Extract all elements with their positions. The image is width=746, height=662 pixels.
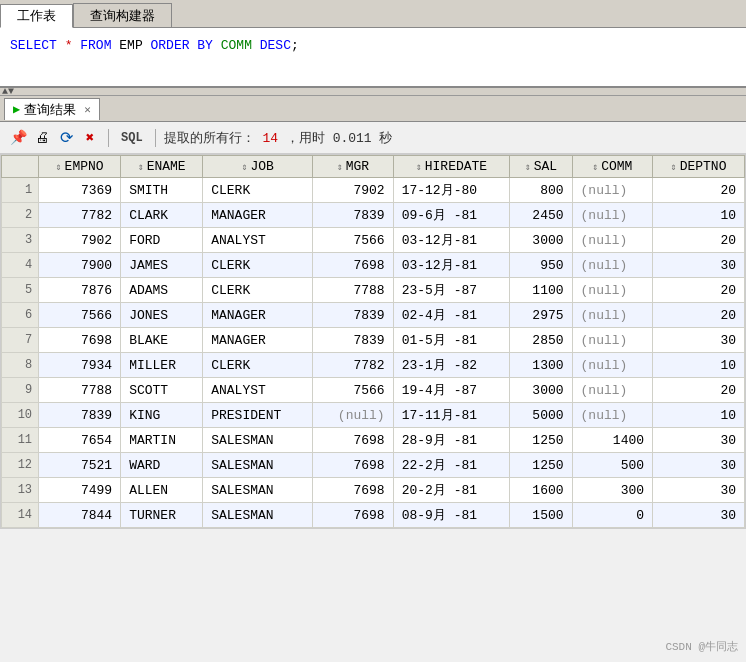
table-body: 1 7369 SMITH CLERK 7902 17-12月-80 800 (n… — [2, 178, 745, 528]
cell-ename: ADAMS — [121, 278, 203, 303]
cell-mgr: 7788 — [313, 278, 393, 303]
table-row: 5 7876 ADAMS CLERK 7788 23-5月 -87 1100 (… — [2, 278, 745, 303]
close-results-button[interactable]: ✕ — [84, 103, 91, 116]
cell-sal: 3000 — [510, 228, 572, 253]
cell-sal: 1300 — [510, 353, 572, 378]
cell-rownum: 11 — [2, 428, 39, 453]
cell-rownum: 4 — [2, 253, 39, 278]
cell-empno: 7521 — [39, 453, 121, 478]
cell-mgr: 7839 — [313, 203, 393, 228]
cell-mgr: 7698 — [313, 478, 393, 503]
cell-deptno: 20 — [653, 278, 745, 303]
cell-job: SALESMAN — [203, 478, 313, 503]
table-header: ⇕EMPNO ⇕ENAME ⇕JOB ⇕MGR ⇕HIREDATE ⇕SAL ⇕… — [2, 156, 745, 178]
cell-comm: (null) — [572, 253, 652, 278]
cell-comm: (null) — [572, 328, 652, 353]
cell-sal: 2850 — [510, 328, 572, 353]
cell-sal: 1250 — [510, 453, 572, 478]
cell-rownum: 1 — [2, 178, 39, 203]
cell-mgr: 7698 — [313, 453, 393, 478]
col-header-mgr[interactable]: ⇕MGR — [313, 156, 393, 178]
cell-mgr: 7698 — [313, 428, 393, 453]
cell-deptno: 10 — [653, 203, 745, 228]
col-header-job[interactable]: ⇕JOB — [203, 156, 313, 178]
cell-mgr: 7698 — [313, 503, 393, 528]
cell-empno: 7369 — [39, 178, 121, 203]
col-header-sal[interactable]: ⇕SAL — [510, 156, 572, 178]
cell-sal: 1600 — [510, 478, 572, 503]
table-row: 3 7902 FORD ANALYST 7566 03-12月-81 3000 … — [2, 228, 745, 253]
sql-button[interactable]: SQL — [121, 131, 143, 145]
cell-comm: (null) — [572, 278, 652, 303]
resize-handle[interactable]: ▲▼ — [0, 88, 746, 96]
cell-hiredate: 03-12月-81 — [393, 228, 510, 253]
toolbar-separator-2 — [155, 129, 156, 147]
toolbar-separator-1 — [108, 129, 109, 147]
cell-rownum: 7 — [2, 328, 39, 353]
cell-ename: SCOTT — [121, 378, 203, 403]
cell-comm: (null) — [572, 378, 652, 403]
stop-icon[interactable]: ✖ — [80, 128, 100, 148]
cell-deptno: 10 — [653, 403, 745, 428]
cell-job: CLERK — [203, 278, 313, 303]
col-header-hiredate[interactable]: ⇕HIREDATE — [393, 156, 510, 178]
cell-hiredate: 19-4月 -87 — [393, 378, 510, 403]
cell-rownum: 8 — [2, 353, 39, 378]
cell-hiredate: 01-5月 -81 — [393, 328, 510, 353]
tab-query-builder[interactable]: 查询构建器 — [73, 3, 172, 27]
cell-ename: WARD — [121, 453, 203, 478]
refresh-icon[interactable]: ⟳ — [56, 128, 76, 148]
cell-deptno: 30 — [653, 328, 745, 353]
cell-comm: 1400 — [572, 428, 652, 453]
results-tab-label: 查询结果 — [24, 101, 76, 119]
tab-bar: 工作表 查询构建器 — [0, 0, 746, 28]
cell-comm: (null) — [572, 353, 652, 378]
results-panel: ▶ 查询结果 ✕ 📌 🖨 ⟳ ✖ SQL 提取的所有行： 14 ，用时 0.01… — [0, 96, 746, 529]
cell-mgr: 7566 — [313, 228, 393, 253]
cell-job: MANAGER — [203, 328, 313, 353]
cell-empno: 7782 — [39, 203, 121, 228]
cell-comm: (null) — [572, 178, 652, 203]
col-header-deptno[interactable]: ⇕DEPTNO — [653, 156, 745, 178]
cell-hiredate: 23-1月 -82 — [393, 353, 510, 378]
cell-hiredate: 02-4月 -81 — [393, 303, 510, 328]
cell-sal: 2450 — [510, 203, 572, 228]
cell-deptno: 20 — [653, 378, 745, 403]
col-header-ename[interactable]: ⇕ENAME — [121, 156, 203, 178]
col-header-comm[interactable]: ⇕COMM — [572, 156, 652, 178]
cell-empno: 7844 — [39, 503, 121, 528]
cell-deptno: 30 — [653, 253, 745, 278]
cell-rownum: 2 — [2, 203, 39, 228]
cell-job: SALESMAN — [203, 503, 313, 528]
cell-comm: 300 — [572, 478, 652, 503]
cell-deptno: 20 — [653, 178, 745, 203]
table-row: 1 7369 SMITH CLERK 7902 17-12月-80 800 (n… — [2, 178, 745, 203]
cell-rownum: 6 — [2, 303, 39, 328]
cell-deptno: 30 — [653, 503, 745, 528]
cell-deptno: 10 — [653, 353, 745, 378]
cell-deptno: 30 — [653, 453, 745, 478]
col-header-empno[interactable]: ⇕EMPNO — [39, 156, 121, 178]
cell-empno: 7566 — [39, 303, 121, 328]
cell-ename: SMITH — [121, 178, 203, 203]
status-text: 提取的所有行： 14 ，用时 0.011 秒 — [164, 129, 393, 147]
cell-hiredate: 22-2月 -81 — [393, 453, 510, 478]
print-icon[interactable]: 🖨 — [32, 128, 52, 148]
table-row: 4 7900 JAMES CLERK 7698 03-12月-81 950 (n… — [2, 253, 745, 278]
cell-job: PRESIDENT — [203, 403, 313, 428]
cell-comm: 0 — [572, 503, 652, 528]
col-header-rownum — [2, 156, 39, 178]
cell-empno: 7900 — [39, 253, 121, 278]
cell-rownum: 3 — [2, 228, 39, 253]
pin-icon[interactable]: 📌 — [8, 128, 28, 148]
cell-job: MANAGER — [203, 203, 313, 228]
cell-job: CLERK — [203, 178, 313, 203]
cell-mgr: 7839 — [313, 328, 393, 353]
cell-ename: KING — [121, 403, 203, 428]
cell-hiredate: 28-9月 -81 — [393, 428, 510, 453]
table-row: 12 7521 WARD SALESMAN 7698 22-2月 -81 125… — [2, 453, 745, 478]
results-tab[interactable]: ▶ 查询结果 ✕ — [4, 98, 100, 120]
sql-editor[interactable]: SELECT * FROM EMP ORDER BY COMM DESC; — [0, 28, 746, 88]
tab-workbench[interactable]: 工作表 — [0, 4, 73, 28]
results-toolbar: 📌 🖨 ⟳ ✖ SQL 提取的所有行： 14 ，用时 0.011 秒 — [0, 122, 746, 154]
